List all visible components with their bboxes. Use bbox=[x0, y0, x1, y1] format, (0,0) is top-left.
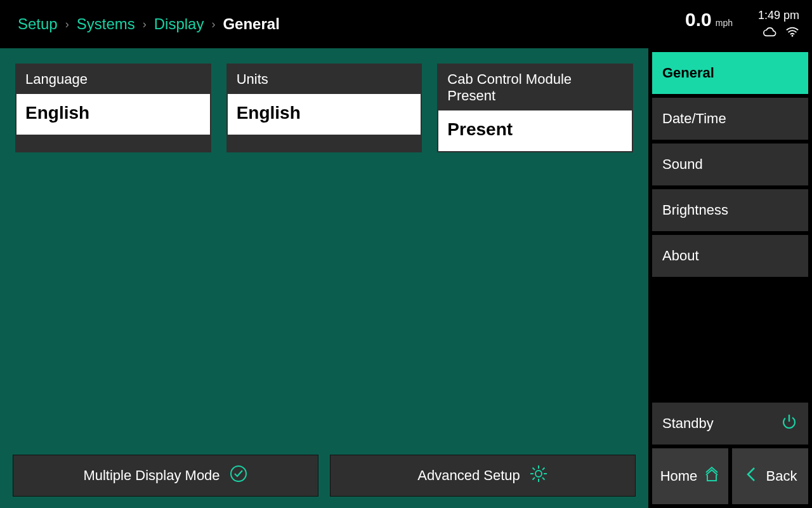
home-label: Home bbox=[660, 468, 698, 485]
svg-point-0 bbox=[792, 35, 794, 37]
wifi-icon bbox=[785, 26, 799, 40]
svg-line-9 bbox=[542, 468, 545, 471]
breadcrumb-display[interactable]: Display bbox=[154, 15, 204, 33]
breadcrumb-current: General bbox=[223, 15, 279, 33]
speed-value: 0.0 bbox=[685, 9, 712, 30]
breadcrumb-setup[interactable]: Setup bbox=[18, 15, 58, 33]
card-value: English bbox=[16, 94, 210, 135]
chevron-left-icon bbox=[743, 466, 760, 486]
sidebar-item-about[interactable]: About bbox=[652, 235, 808, 277]
home-icon bbox=[704, 466, 720, 486]
card-value: English bbox=[228, 94, 421, 135]
power-icon bbox=[780, 413, 798, 434]
home-button[interactable]: Home bbox=[652, 448, 728, 504]
multiple-display-mode-button[interactable]: Multiple Display Mode bbox=[13, 455, 318, 497]
main-panel: Language English Units English Cab Contr… bbox=[0, 48, 648, 508]
breadcrumb-systems[interactable]: Systems bbox=[77, 15, 135, 33]
svg-point-1 bbox=[231, 466, 246, 481]
language-card[interactable]: Language English bbox=[15, 64, 211, 152]
chevron-right-icon: › bbox=[65, 18, 69, 31]
top-bar: Setup › Systems › Display › General 0.0 … bbox=[0, 0, 812, 48]
svg-line-8 bbox=[542, 478, 545, 480]
cab-control-card[interactable]: Cab Control Module Present Present bbox=[437, 64, 633, 152]
breadcrumb: Setup › Systems › Display › General bbox=[18, 15, 280, 33]
card-label: Units bbox=[228, 65, 421, 94]
svg-point-2 bbox=[535, 471, 542, 477]
units-card[interactable]: Units English bbox=[226, 64, 422, 152]
card-label: Cab Control Module Present bbox=[438, 65, 632, 110]
sidebar: General Date/Time Sound Brightness About… bbox=[648, 48, 812, 508]
chevron-right-icon: › bbox=[211, 18, 215, 31]
check-circle-icon bbox=[229, 464, 248, 487]
status-area: 0.0 mph 1:49 pm bbox=[685, 9, 799, 40]
back-button[interactable]: Back bbox=[732, 448, 808, 504]
sidebar-item-sound[interactable]: Sound bbox=[652, 144, 808, 185]
svg-line-10 bbox=[532, 478, 535, 480]
card-value: Present bbox=[438, 110, 632, 151]
speed-unit: mph bbox=[716, 18, 733, 28]
back-label: Back bbox=[766, 468, 797, 485]
cloud-icon bbox=[763, 26, 776, 40]
svg-line-7 bbox=[532, 468, 535, 471]
speed-indicator: 0.0 mph bbox=[685, 9, 733, 30]
standby-label: Standby bbox=[662, 415, 714, 432]
button-label: Advanced Setup bbox=[417, 467, 520, 484]
gear-icon bbox=[529, 464, 548, 487]
chevron-right-icon: › bbox=[143, 18, 147, 31]
sidebar-item-brightness[interactable]: Brightness bbox=[652, 189, 808, 231]
sidebar-item-datetime[interactable]: Date/Time bbox=[652, 98, 808, 140]
clock: 1:49 pm bbox=[758, 9, 799, 22]
sidebar-item-general[interactable]: General bbox=[652, 52, 808, 94]
standby-button[interactable]: Standby bbox=[652, 403, 808, 444]
advanced-setup-button[interactable]: Advanced Setup bbox=[330, 455, 636, 497]
card-label: Language bbox=[16, 65, 210, 94]
button-label: Multiple Display Mode bbox=[83, 467, 219, 484]
